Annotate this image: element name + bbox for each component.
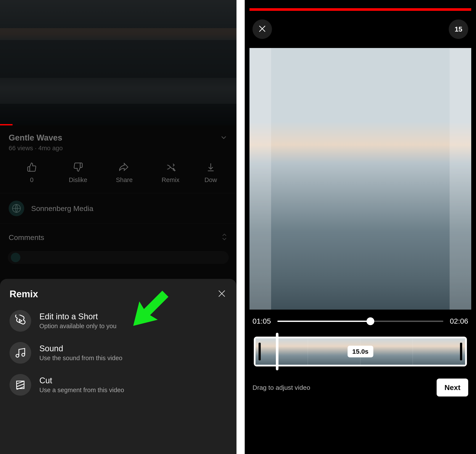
svg-line-11 — [17, 387, 24, 390]
option-title: Cut — [39, 376, 124, 385]
recording-progress-bar — [250, 8, 471, 11]
close-button[interactable] — [252, 19, 272, 39]
svg-marker-5 — [19, 319, 22, 322]
seek-track[interactable] — [277, 321, 443, 322]
video-title: Gentle Waves — [9, 133, 62, 143]
dislike-label: Dislike — [69, 176, 87, 183]
sort-toggle-icon[interactable] — [221, 232, 228, 243]
like-count: 0 — [30, 176, 33, 183]
user-avatar-icon — [11, 253, 20, 262]
short-editor-screen: 15 01:05 02:06 15.0s — [245, 0, 476, 454]
comments-label: Comments — [9, 233, 44, 242]
crop-mask-right — [450, 48, 471, 310]
video-player[interactable] — [0, 0, 236, 125]
video-meta: 66 views · 4mo ago — [9, 145, 228, 152]
like-button[interactable]: 0 — [9, 162, 55, 183]
thumbs-down-icon — [73, 162, 83, 173]
option-title: Edit into a Short — [39, 312, 117, 321]
option-sound[interactable]: Sound Use the sound from this video — [9, 342, 227, 364]
close-icon — [257, 24, 267, 35]
remix-label: Remix — [162, 176, 179, 183]
sheet-title: Remix — [9, 289, 38, 299]
time-current: 01:05 — [252, 317, 271, 325]
option-cut[interactable]: Cut Use a segment from this video — [9, 374, 227, 396]
shorts-icon — [9, 310, 31, 332]
svg-line-9 — [17, 381, 24, 384]
remix-button[interactable]: Remix — [147, 162, 194, 183]
seek-handle[interactable] — [367, 317, 374, 325]
channel-avatar-icon — [9, 201, 24, 216]
share-icon — [119, 162, 129, 173]
option-subtitle: Option available only to you — [39, 323, 117, 330]
download-button[interactable]: Dow — [194, 162, 228, 183]
channel-name: Sonnenberg Media — [31, 204, 93, 213]
next-button[interactable]: Next — [437, 378, 468, 396]
remix-sheet: Remix Edit into a Short Option available… — [0, 279, 236, 454]
chevron-down-icon[interactable] — [220, 133, 228, 143]
crop-mask-left — [250, 48, 271, 310]
comments-header-row[interactable]: Comments — [0, 224, 236, 247]
download-label: Dow — [204, 176, 217, 183]
music-icon — [9, 342, 31, 364]
download-icon — [206, 162, 216, 173]
drag-hint: Drag to adjust video — [252, 384, 310, 391]
option-title: Sound — [39, 344, 123, 353]
trim-handle-left[interactable] — [258, 343, 261, 360]
duration-value: 15 — [455, 25, 462, 33]
close-icon[interactable] — [217, 288, 227, 300]
channel-row[interactable]: Sonnenberg Media — [0, 193, 236, 224]
svg-point-6 — [16, 354, 19, 357]
video-preview[interactable] — [250, 48, 471, 310]
progress-bar[interactable] — [0, 124, 13, 125]
option-subtitle: Use the sound from this video — [39, 355, 123, 362]
trim-handle-right[interactable] — [460, 343, 462, 360]
thumbs-up-icon — [27, 162, 37, 173]
svg-point-7 — [22, 353, 25, 356]
annotation-arrow-icon — [121, 283, 177, 337]
trim-timeline[interactable]: 15.0s — [250, 337, 471, 366]
add-comment-input[interactable] — [8, 251, 229, 264]
share-label: Share — [116, 176, 133, 183]
trim-duration-chip: 15.0s — [347, 346, 373, 357]
option-subtitle: Use a segment from this video — [39, 386, 124, 394]
cut-icon — [9, 374, 31, 396]
action-bar: 0 Dislike Share — [9, 162, 228, 183]
remix-icon — [165, 162, 175, 173]
trim-playhead[interactable] — [276, 333, 279, 370]
seek-bar: 01:05 02:06 — [245, 310, 476, 333]
option-edit-into-short[interactable]: Edit into a Short Option available only … — [9, 310, 227, 332]
duration-button[interactable]: 15 — [449, 19, 468, 39]
share-button[interactable]: Share — [101, 162, 148, 183]
video-watch-screen: Gentle Waves 66 views · 4mo ago 0 — [0, 0, 236, 454]
svg-marker-12 — [124, 285, 174, 335]
svg-line-10 — [17, 384, 24, 387]
dislike-button[interactable]: Dislike — [55, 162, 101, 183]
time-total: 02:06 — [450, 317, 468, 325]
